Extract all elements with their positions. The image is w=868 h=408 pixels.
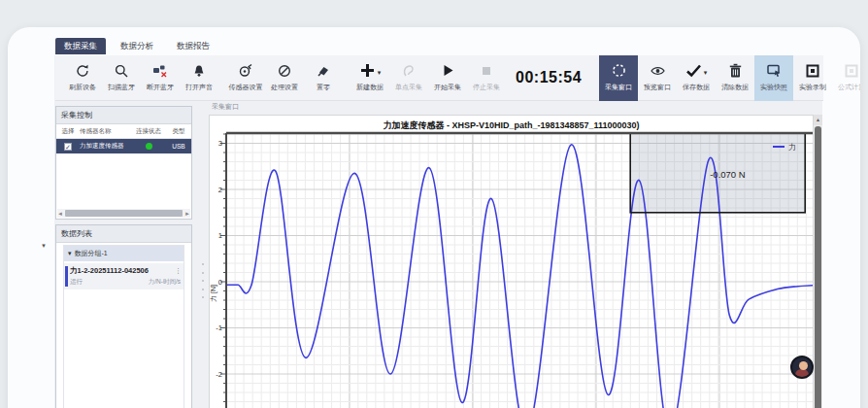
dropdown-caret-icon[interactable]: ▾ <box>378 69 382 77</box>
ear-icon <box>401 63 417 83</box>
refresh-device-label: 刷新设备 <box>69 83 96 92</box>
chart-vertical-scrollbar[interactable]: ▲ <box>814 115 822 408</box>
y-tick-label: 1 <box>218 231 222 240</box>
bell-icon <box>191 63 207 83</box>
stop-collect-label: 停止采集 <box>473 83 500 92</box>
new-data-label: 新建数据 <box>356 83 384 92</box>
process-settings-button[interactable]: 处理设置 <box>265 55 304 101</box>
data-list-item[interactable]: 力1-2-20251112-042506 ⋮ 运行 力/N-时间/s <box>64 263 184 289</box>
clear-data-label: 清除数据 <box>721 83 749 92</box>
zero-set-button[interactable]: 置零 <box>304 55 343 101</box>
sensor-settings-label: 传感器设置 <box>229 83 263 92</box>
y-tick-label: 0 <box>218 278 222 287</box>
disconnect-bluetooth-label: 断开蓝牙 <box>147 83 174 92</box>
y-axis-label: 力 [N] <box>210 285 217 302</box>
snapshot-icon <box>766 63 783 83</box>
process-settings-label: 处理设置 <box>271 83 298 92</box>
chart-group-label: 采集窗口 <box>212 102 239 112</box>
horizontal-scrollbar[interactable]: ◄ ► <box>57 209 190 218</box>
flag-icon <box>316 63 331 83</box>
check-icon <box>685 63 702 82</box>
collect-window-label: 采集窗口 <box>605 83 632 92</box>
sensor-table-row[interactable]: ✓ 力加速度传感器 USB <box>56 139 191 153</box>
zero-set-label: 置零 <box>317 83 330 92</box>
collection-timer: 00:15:54 <box>506 55 591 100</box>
connection-status-dot <box>146 143 152 150</box>
sensor-type: USB <box>167 143 190 150</box>
record-icon <box>805 63 820 83</box>
tab-data-collection[interactable]: 数据采集 <box>55 38 106 54</box>
stop-collect-button[interactable]: 停止采集 <box>467 55 506 101</box>
start-collect-button[interactable]: 开始采集 <box>428 55 467 101</box>
panel-splitter-handle[interactable] <box>200 263 206 298</box>
waveform-chart[interactable]: -0.070 N3210-1-2力 [N]力 <box>210 116 815 408</box>
clear-data-button[interactable]: 清除数据 <box>716 55 754 101</box>
annotation-value: -0.070 N <box>710 169 746 180</box>
play-icon <box>441 63 455 82</box>
y-tick-label: -1 <box>216 323 222 332</box>
data-item-axes: 力/N-时间/s <box>149 278 181 287</box>
exp-snapshot-label: 实验快照 <box>760 83 787 92</box>
start-collect-label: 开始采集 <box>434 83 461 92</box>
toolbar: 刷新设备扫描蓝牙断开蓝牙打开声音传感器设置处理设置置零▾新建数据单点采集开始采集… <box>55 55 823 101</box>
sensor-checkbox[interactable]: ✓ <box>64 143 72 151</box>
dropdown-caret-icon[interactable]: ▾ <box>704 69 708 77</box>
preview-window-label: 预览窗口 <box>644 83 671 92</box>
collect-window-button[interactable]: 采集窗口 <box>599 55 638 101</box>
data-list-panel: 数据列表 ▾ 数据分组-1 力1-2-20251112-042506 ⋮ 运行 … <box>55 224 192 408</box>
item-menu-icon[interactable]: ⋮ <box>175 267 182 275</box>
bt-disconnect-icon <box>152 63 168 83</box>
data-list-title: 数据列表 <box>56 225 191 243</box>
scroll-right-icon[interactable]: ► <box>184 211 190 217</box>
formula-calc-label: 公式计算 <box>838 83 860 92</box>
column-type: 类型 <box>167 127 190 136</box>
formula-calc-button[interactable]: 公式计算 <box>832 55 860 101</box>
refresh-device-button[interactable]: 刷新设备 <box>63 55 102 101</box>
save-data-button[interactable]: ▾保存数据 <box>677 55 716 101</box>
dashed-circle-icon <box>611 62 627 83</box>
data-group-label: 数据分组-1 <box>75 249 108 258</box>
stop-icon <box>480 64 493 82</box>
collection-control-title: 采集控制 <box>56 107 191 124</box>
plus-icon <box>359 62 376 83</box>
legend-label: 力 <box>788 143 796 152</box>
save-data-label: 保存数据 <box>683 83 710 92</box>
column-select: 选择 <box>56 127 80 136</box>
scrollbar-thumb[interactable] <box>65 210 183 217</box>
column-connection-status: 连接状态 <box>130 127 167 136</box>
data-list-body: ▾ 数据分组-1 力1-2-20251112-042506 ⋮ 运行 力/N-时… <box>63 245 184 408</box>
refresh-icon <box>75 63 90 83</box>
scan-bluetooth-label: 扫描蓝牙 <box>108 83 135 92</box>
compass-icon <box>277 63 292 83</box>
tab-data-analysis[interactable]: 数据分析 <box>112 38 162 54</box>
chart-card: 力加速度传感器 - XHSP-V10HID_path_-1981348857_1… <box>209 115 814 408</box>
data-group-header[interactable]: ▾ 数据分组-1 <box>64 246 184 261</box>
scroll-left-icon[interactable]: ◄ <box>57 211 63 217</box>
item-accent-bar <box>65 266 68 287</box>
data-item-status: 运行 <box>70 278 83 287</box>
exp-record-button[interactable]: 实验录制 <box>793 55 832 101</box>
app-window: 数据采集 数据分析 数据报告 刷新设备扫描蓝牙断开蓝牙打开声音传感器设置处理设置… <box>8 27 860 408</box>
sidebar-collapse-arrow[interactable]: ▼ <box>41 243 47 249</box>
data-item-title: 力1-2-20251112-042506 <box>70 266 181 276</box>
vscrollbar-thumb[interactable] <box>815 126 821 408</box>
sound-on-button[interactable]: 打开声音 <box>180 55 218 101</box>
sensor-name: 力加速度传感器 <box>80 142 130 151</box>
y-tick-label: -2 <box>216 370 222 379</box>
scan-bluetooth-button[interactable]: 扫描蓝牙 <box>102 55 141 101</box>
tab-bar: 数据采集 数据分析 数据报告 <box>55 38 218 54</box>
exp-record-label: 实验录制 <box>799 83 826 92</box>
sensor-icon <box>238 63 254 83</box>
single-point-button[interactable]: 单点采集 <box>389 55 428 101</box>
scroll-up-icon[interactable]: ▲ <box>814 115 822 125</box>
preview-window-button[interactable]: 预览窗口 <box>638 55 677 101</box>
y-tick-label: 2 <box>218 186 222 194</box>
disconnect-bluetooth-button[interactable]: 断开蓝牙 <box>141 55 180 101</box>
tab-data-report[interactable]: 数据报告 <box>168 38 218 54</box>
new-data-button[interactable]: ▾新建数据 <box>351 55 389 101</box>
exp-snapshot-button[interactable]: 实验快照 <box>754 55 793 101</box>
sensor-settings-button[interactable]: 传感器设置 <box>226 55 265 101</box>
single-point-label: 单点采集 <box>395 83 422 92</box>
user-avatar[interactable] <box>790 356 814 379</box>
sensor-table-header: 选择 传感器名称 连接状态 类型 <box>56 124 191 139</box>
